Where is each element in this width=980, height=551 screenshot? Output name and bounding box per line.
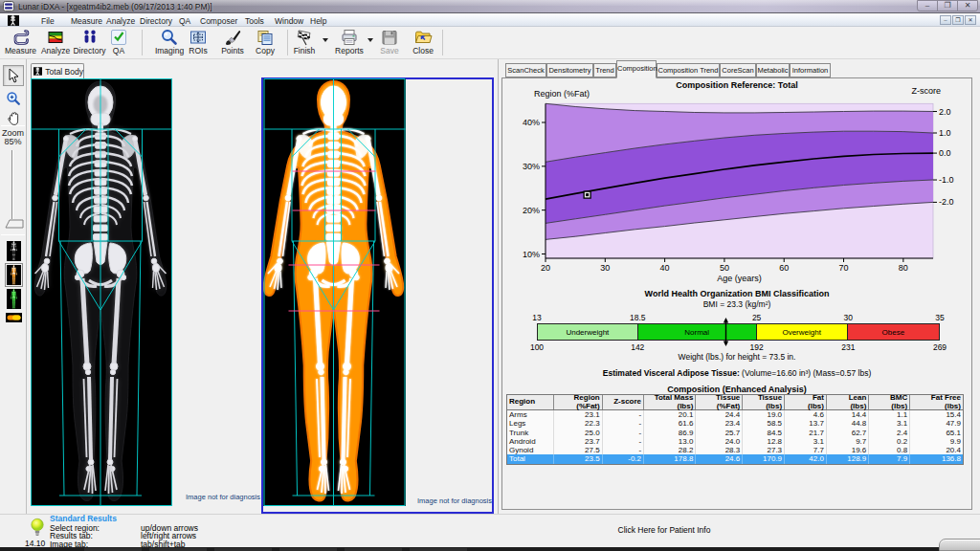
composition-thumbnail[interactable] <box>7 265 21 285</box>
table-header-row: RegionRegion(%Fat)Z-scoreTotal Mass(lbs)… <box>507 395 963 410</box>
minimize-button[interactable]: – <box>917 0 938 11</box>
mdi-restore-button[interactable]: ❐ <box>952 15 964 25</box>
bmi-scale-number: 25 <box>752 313 761 322</box>
table-cell: 4.6 <box>785 410 827 419</box>
svg-text:-2.0: -2.0 <box>939 197 954 207</box>
disclaimer-left: Image not for diagnosis <box>153 493 260 501</box>
menu-composer[interactable]: Composer <box>200 15 237 27</box>
table-row-android[interactable]: Android23.7-13.024.012.83.19.70.29.9 <box>507 437 963 446</box>
tab-total-body[interactable]: Total Body <box>31 63 84 78</box>
column-header: Region <box>507 395 554 409</box>
table-row-gynoid[interactable]: Gynoid27.5-28.228.327.37.719.60.820.4 <box>507 446 963 454</box>
tab-metabolic[interactable]: Metabolic <box>756 63 790 77</box>
column-header: BMC(lbs) <box>869 395 910 409</box>
table-cell: 61.6 <box>644 419 696 428</box>
rois-icon <box>189 29 208 46</box>
composition-scan-image[interactable] <box>263 78 406 506</box>
table-cell: 28.3 <box>696 446 743 454</box>
bmi-scale-number: 35 <box>935 313 944 322</box>
document-icon <box>8 15 19 26</box>
qa-button[interactable]: QA <box>94 29 144 57</box>
table-cell: Legs <box>507 419 554 428</box>
restore-button[interactable]: ❐ <box>937 0 958 11</box>
pointer-icon <box>7 68 20 83</box>
xray-scan-image[interactable] <box>31 78 172 506</box>
table-cell: 22.3 <box>554 419 603 428</box>
colorbar-thumbnail[interactable] <box>6 313 22 322</box>
menu-measure[interactable]: Measure <box>71 15 102 27</box>
mdi-close-button[interactable]: ✕ <box>965 15 976 25</box>
table-cell: 9.7 <box>827 437 869 446</box>
lean-thumbnail[interactable] <box>7 289 21 309</box>
table-cell: 23.4 <box>696 419 743 428</box>
table-cell: 3.1 <box>869 419 910 428</box>
table-cell: 2.4 <box>869 429 910 437</box>
points-icon <box>223 29 242 46</box>
table-row-trunk[interactable]: Trunk25.0-86.925.784.521.762.72.465.1 <box>507 429 963 437</box>
table-cell: - <box>603 410 644 419</box>
menu-qa[interactable]: QA <box>179 15 190 27</box>
skeleton-thumbnail[interactable] <box>7 241 21 261</box>
toolbox-divider <box>1 125 25 126</box>
panel-divider <box>498 59 499 514</box>
table-cell: 14.4 <box>827 410 869 419</box>
pointer-tool-button[interactable] <box>3 65 24 86</box>
table-cell: - <box>603 419 644 428</box>
tab-information[interactable]: Information <box>790 63 831 77</box>
close-folder-icon <box>413 29 433 46</box>
menu-help[interactable]: Help <box>310 15 326 27</box>
close-button[interactable]: Close <box>398 29 448 57</box>
bmi-segment-underweight: Underweight <box>538 324 638 340</box>
hint-bulb-icon <box>30 518 45 539</box>
column-header: Z-score <box>603 395 644 409</box>
table-cell: 19.0 <box>743 410 785 419</box>
toolbar-separator <box>442 30 443 55</box>
app-icon <box>3 1 14 11</box>
table-cell: 7.7 <box>785 446 827 454</box>
column-header: Tissue(lbs) <box>743 395 785 409</box>
toolbar-label: Close <box>398 46 448 55</box>
close-button[interactable]: ✕ <box>957 0 978 11</box>
table-row-total[interactable]: Total23.5-0.2178.824.6170.942.0128.97.91… <box>507 454 963 463</box>
menu-window[interactable]: Window <box>275 15 303 27</box>
menu-analyze[interactable]: Analyze <box>106 15 135 27</box>
zoom-slider-track[interactable] <box>11 150 12 219</box>
patient-info-link[interactable]: Click Here for Patient Info <box>501 525 827 535</box>
caption-buttons: – ❐ ✕ <box>918 0 978 11</box>
table-cell: 7.9 <box>869 454 910 463</box>
tab-corescan[interactable]: CoreScan <box>720 63 756 77</box>
table-cell: 24.4 <box>696 410 743 419</box>
menu-file[interactable]: File <box>41 15 55 27</box>
svg-text:Age (years): Age (years) <box>717 274 762 283</box>
bmi-marker <box>723 318 729 346</box>
table-cell: 1.1 <box>869 410 910 419</box>
table-cell: 12.8 <box>743 437 785 446</box>
table-cell: - <box>603 437 644 446</box>
vat-value: (Volume=16.60 in³) (Mass=0.57 lbs) <box>740 368 871 378</box>
tab-densitometry[interactable]: Densitometry <box>546 63 593 77</box>
menu-tools[interactable]: Tools <box>245 15 264 27</box>
bmi-scale-number: 192 <box>750 342 764 352</box>
table-cell: 21.7 <box>785 429 827 437</box>
tab-scancheck[interactable]: ScanCheck <box>505 63 546 77</box>
table-row-arms[interactable]: Arms23.1-20.124.419.04.614.41.115.4 <box>507 410 963 419</box>
table-cell: Android <box>507 437 554 446</box>
mdi-minimize-button[interactable]: – <box>940 15 951 25</box>
tray-popup-button[interactable] <box>939 539 980 551</box>
tab-composition-trend[interactable]: Composition Trend <box>657 63 720 77</box>
menu-directory[interactable]: Directory <box>140 15 172 27</box>
column-header: Total Mass(lbs) <box>644 395 696 409</box>
table-cell: 23.7 <box>554 437 603 446</box>
tab-trend[interactable]: Trend <box>593 63 616 77</box>
table-cell: 13.0 <box>644 437 696 446</box>
status-title: Standard Results <box>50 514 117 523</box>
table-row-legs[interactable]: Legs22.3-61.623.458.513.744.83.147.9 <box>507 419 963 428</box>
svg-text:30%: 30% <box>523 162 540 171</box>
zoom-slider-thumb[interactable] <box>5 219 24 229</box>
toolbox-divider <box>1 234 25 235</box>
magnifier-tool-button[interactable] <box>3 88 24 109</box>
table-cell: 0.8 <box>869 446 910 454</box>
tab-composition[interactable]: Composition <box>616 60 657 78</box>
total-body-icon <box>33 66 42 77</box>
column-header: Region(%Fat) <box>554 395 603 409</box>
